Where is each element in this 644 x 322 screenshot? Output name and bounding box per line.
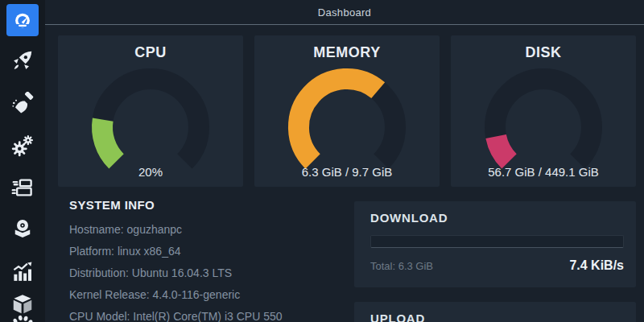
- stacer-dashboard-window: Dashboard CPU 20% MEMORY 6.3 GiB / 9.7 G…: [0, 0, 644, 322]
- gears-icon: [10, 134, 35, 158]
- speedometer-icon: [12, 10, 33, 31]
- page-title: Dashboard: [318, 6, 371, 19]
- sidebar-item-uninstaller[interactable]: [0, 216, 45, 243]
- bar-chart-icon: [10, 259, 35, 283]
- sidebar-item-processes[interactable]: [0, 174, 45, 201]
- cpu-gauge-value: 20%: [58, 165, 243, 179]
- info-line: Distribution: Ubuntu 16.04.3 LTS: [69, 262, 351, 284]
- memory-gauge-value: 6.3 GiB / 9.7 GiB: [254, 165, 440, 179]
- info-line: Kernel Release: 4.4.0-116-generic: [69, 284, 351, 306]
- sidebar: [0, 0, 45, 322]
- broom-icon: [10, 92, 35, 116]
- sidebar-item-more[interactable]: [0, 314, 45, 322]
- sidebar-item-dashboard[interactable]: [6, 4, 39, 36]
- disk-card-title: DISK: [451, 44, 636, 61]
- cube-icon: [10, 292, 35, 316]
- download-progress-bar: [370, 235, 624, 248]
- cpu-card-title: CPU: [58, 44, 243, 61]
- disk-card: DISK 56.7 GiB / 449.1 GiB: [451, 35, 636, 187]
- system-info: SYSTEM INFO Hostname: oguzhanpcPlatform:…: [69, 198, 351, 322]
- download-total: Total: 6.3 GiB: [370, 260, 433, 272]
- disk-gauge-value: 56.7 GiB / 449.1 GiB: [451, 165, 636, 179]
- upload-title: UPLOAD: [370, 312, 624, 322]
- sidebar-item-services[interactable]: [0, 132, 45, 159]
- paw-icon: [10, 314, 35, 322]
- package-remove-icon: [10, 217, 35, 242]
- window-stack-icon: [10, 175, 35, 200]
- info-line: Platform: linux x86_64: [69, 241, 351, 262]
- memory-gauge: [275, 63, 419, 180]
- download-panel: DOWNLOAD Total: 6.3 GiB 7.4 KiB/s: [354, 201, 636, 287]
- sidebar-item-resources[interactable]: [0, 258, 45, 285]
- info-line: CPU Model: Intel(R) Core(TM) i3 CPU 550: [69, 306, 351, 322]
- system-info-title: SYSTEM INFO: [69, 198, 351, 212]
- disk-gauge: [471, 63, 616, 180]
- download-speed: 7.4 KiB/s: [569, 258, 624, 273]
- memory-card: MEMORY 6.3 GiB / 9.7 GiB: [254, 35, 440, 187]
- info-line: Hostname: oguzhanpc: [69, 219, 351, 241]
- cpu-card: CPU 20%: [58, 35, 243, 187]
- upload-panel: UPLOAD: [354, 302, 636, 322]
- sidebar-item-startup-apps[interactable]: [0, 47, 45, 74]
- memory-card-title: MEMORY: [254, 44, 440, 61]
- download-title: DOWNLOAD: [370, 211, 624, 225]
- sidebar-item-system-cleaner[interactable]: [0, 90, 45, 118]
- header: Dashboard: [45, 0, 644, 25]
- cpu-gauge: [78, 63, 223, 180]
- system-info-lines: Hostname: oguzhanpcPlatform: linux x86_6…: [69, 219, 351, 322]
- rocket-icon: [10, 48, 35, 72]
